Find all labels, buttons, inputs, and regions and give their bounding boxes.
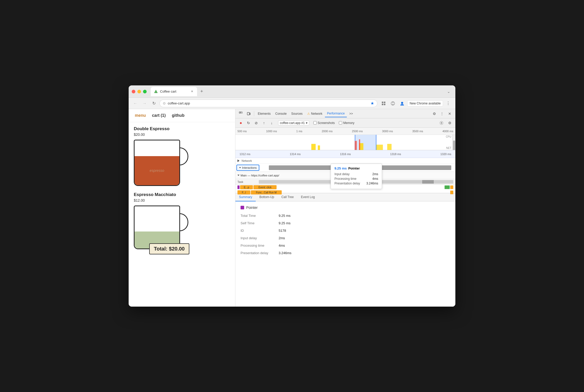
tab-sources[interactable]: Sources: [289, 110, 305, 117]
summary-event-name: Pointer: [246, 206, 258, 210]
task-chip-event[interactable]: E...p: [240, 185, 253, 189]
close-button[interactable]: [132, 90, 135, 93]
svg-rect-18: [387, 144, 392, 150]
nav-menu[interactable]: menu: [135, 113, 146, 118]
refresh-button[interactable]: ↻: [150, 100, 157, 107]
profile-selector[interactable]: coffee-cart.app #1 ▾: [278, 120, 309, 126]
capture-settings-button[interactable]: [438, 119, 445, 127]
devtools-icon[interactable]: [389, 99, 397, 108]
timeline-ruler: 500 ms 1000 ms 1 ms 2000 ms 2500 ms 3000…: [235, 128, 455, 135]
overview-chart[interactable]: CPU NET: [235, 135, 455, 150]
devtools-settings-button[interactable]: ⚙: [431, 110, 438, 117]
tab-elements[interactable]: Elements: [256, 110, 273, 117]
task-chip-event-click[interactable]: Event: click: [253, 185, 277, 189]
new-chrome-badge[interactable]: New Chrome available: [407, 100, 443, 106]
website-content: menu cart (1) github Double Espresso $20…: [129, 109, 235, 307]
ruler-label-2: 1 ms: [296, 130, 303, 133]
record-reload-button[interactable]: ↻: [245, 120, 252, 126]
summary-label-total-time: Total Time: [241, 214, 277, 218]
maximize-button[interactable]: [143, 90, 147, 93]
vertical-scrollbar[interactable]: [452, 135, 455, 150]
tab-console[interactable]: Console: [273, 110, 289, 117]
site-nav: menu cart (1) github: [129, 109, 235, 122]
cpu-overview: CPU NET: [235, 135, 452, 150]
task-yellow-end-chip: [450, 185, 453, 189]
interactions-row[interactable]: Interactions Pointer 9.25 ms Pointer Inp…: [235, 164, 455, 172]
network-collapse-icon[interactable]: [237, 159, 240, 162]
device-toolbar-button[interactable]: [245, 110, 252, 117]
memory-checkbox[interactable]: Memory: [339, 121, 354, 125]
memory-checkbox-input[interactable]: [339, 121, 342, 124]
browser-tab[interactable]: Coffee cart ✕: [151, 87, 197, 96]
export-button[interactable]: ↑: [261, 120, 267, 126]
nav-github[interactable]: github: [172, 113, 184, 118]
devtools-more-button[interactable]: ⋮: [438, 110, 446, 117]
task-chip-func-call[interactable]: Func...Call Run M: [251, 190, 282, 194]
clear-button[interactable]: ⊘: [253, 120, 260, 126]
svg-rect-5: [384, 104, 385, 105]
perf-settings-button[interactable]: ⚙: [446, 119, 453, 127]
func-end-chip: [450, 191, 453, 194]
address-bar[interactable]: ⊙ coffee-cart.app ★: [160, 100, 377, 107]
summary-row-input-delay: Input delay 2ms: [241, 236, 450, 240]
forward-button[interactable]: →: [141, 100, 148, 107]
task-chip-func[interactable]: F...l: [237, 190, 250, 194]
summary-label-self-time: Self Time: [241, 221, 277, 225]
interactions-collapse-icon: [239, 167, 241, 168]
svg-point-12: [441, 122, 442, 123]
nav-cart[interactable]: cart (1): [152, 113, 166, 118]
devtools-close-button[interactable]: ✕: [446, 110, 453, 117]
summary-value-id: 5178: [279, 229, 286, 233]
ruler-label-6: 3500 ms: [412, 130, 423, 133]
back-button[interactable]: ←: [132, 100, 139, 107]
scroll-thumb[interactable]: [453, 140, 455, 150]
network-row: Network: [235, 158, 455, 164]
summary-value-self-time: 9.25 ms: [279, 221, 290, 225]
zoomed-label-1: 1314 ms: [290, 153, 300, 156]
record-button[interactable]: ●: [237, 120, 244, 126]
svg-rect-19: [359, 139, 360, 150]
tooltip-event-name: Pointer: [348, 166, 360, 170]
summary-label-presentation-delay: Presentation delay: [241, 251, 277, 255]
minimize-button[interactable]: [137, 90, 141, 93]
total-badge: Total: $20.00: [149, 243, 189, 254]
screenshots-checkbox-input[interactable]: [313, 121, 317, 124]
svg-rect-15: [355, 141, 357, 150]
tab-more[interactable]: >>: [347, 110, 355, 117]
new-tab-button[interactable]: +: [198, 88, 205, 95]
tab-close-button[interactable]: ✕: [190, 90, 194, 94]
summary-content: Pointer Total Time 9.25 ms Self Time 9.2…: [235, 201, 455, 263]
tooltip-input-delay-value: 2ms: [372, 172, 378, 176]
tooltip-presentation-label: Presentation delay: [334, 182, 360, 185]
extensions-button[interactable]: [379, 99, 388, 108]
func-call-label: Func...Call Run M: [256, 191, 277, 194]
summary-panel: Pointer Total Time 9.25 ms Self Time 9.2…: [235, 201, 455, 307]
tab-title: Coffee cart: [160, 90, 188, 93]
svg-rect-17: [376, 145, 383, 150]
main-thread-collapse-icon[interactable]: [237, 175, 240, 176]
zoomed-ruler: 1312 ms 1314 ms 1316 ms 1318 ms 1320 ms: [235, 150, 455, 158]
profile-button[interactable]: [398, 99, 406, 108]
tab-performance[interactable]: Performance: [325, 110, 347, 117]
inspect-element-button[interactable]: [237, 110, 245, 117]
interactions-label[interactable]: Interactions: [236, 165, 259, 171]
profile-selector-text: coffee-cart.app #1: [280, 121, 305, 125]
screenshots-checkbox[interactable]: Screenshots: [313, 121, 335, 125]
svg-rect-10: [247, 112, 249, 115]
zoomed-label-0: 1312 ms: [240, 153, 250, 156]
bookmark-icon[interactable]: ★: [370, 101, 374, 106]
svg-rect-3: [384, 102, 385, 103]
window-chevron[interactable]: ⌄: [445, 88, 452, 95]
summary-label-input-delay: Input delay: [241, 236, 277, 240]
content-area: menu cart (1) github Double Espresso $20…: [129, 109, 455, 307]
coffee-cup-1[interactable]: espresso: [134, 140, 180, 186]
site-content: Double Espresso $20.00 espresso Espresso…: [129, 122, 235, 307]
more-options-button[interactable]: ⋮: [444, 99, 452, 108]
summary-value-processing-time: 4ms: [279, 244, 285, 247]
address-text: coffee-cart.app: [168, 101, 368, 105]
coffee-cup-2[interactable]: Total: $20.00: [134, 206, 190, 257]
tab-network[interactable]: ⚠ Network: [305, 110, 324, 117]
svg-rect-9: [241, 112, 242, 113]
network-row-label: Network: [242, 159, 252, 162]
import-button[interactable]: ↓: [268, 120, 275, 126]
